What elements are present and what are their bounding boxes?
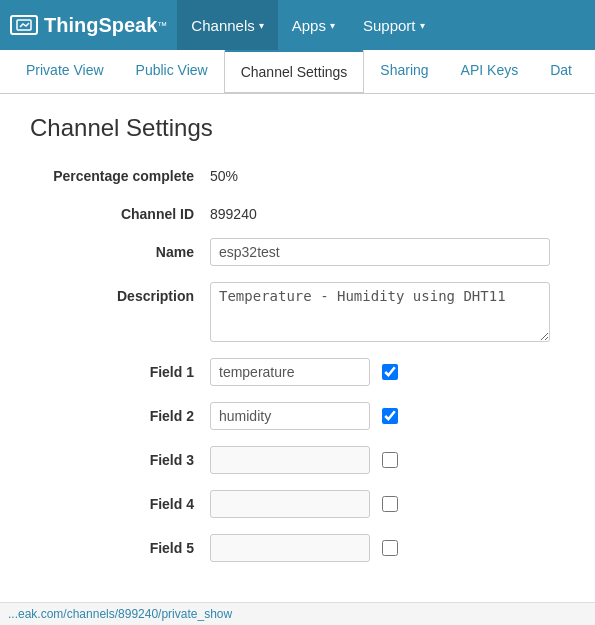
description-label: Description — [30, 282, 210, 304]
name-row: Name — [30, 238, 565, 266]
description-textarea[interactable] — [210, 282, 550, 342]
field-3-input[interactable] — [210, 446, 370, 474]
field-5-checkbox[interactable] — [382, 540, 398, 556]
field-4-checkbox[interactable] — [382, 496, 398, 512]
logo-text: ThingSpeak — [44, 14, 157, 37]
apps-label: Apps — [292, 17, 326, 34]
field-row-5: Field 5 — [30, 534, 565, 562]
field-row-1: Field 1 — [30, 358, 565, 386]
field-5-label: Field 5 — [30, 540, 210, 556]
apps-chevron-icon: ▾ — [330, 20, 335, 31]
channels-chevron-icon: ▾ — [259, 20, 264, 31]
fields-container: Field 1Field 2Field 3Field 4Field 5 — [30, 358, 565, 562]
field-5-input[interactable] — [210, 534, 370, 562]
channel-id-label: Channel ID — [30, 200, 210, 222]
tab-api-keys[interactable]: API Keys — [445, 50, 535, 93]
tab-channel-settings[interactable]: Channel Settings — [224, 50, 365, 94]
support-label: Support — [363, 17, 416, 34]
channel-id-row: Channel ID 899240 — [30, 200, 565, 222]
name-input[interactable] — [210, 238, 550, 266]
field-2-checkbox[interactable] — [382, 408, 398, 424]
field-row-3: Field 3 — [30, 446, 565, 474]
tab-bar: Private View Public View Channel Setting… — [0, 50, 595, 94]
field-4-label: Field 4 — [30, 496, 210, 512]
page-title: Channel Settings — [30, 114, 565, 142]
field-1-input[interactable] — [210, 358, 370, 386]
tab-data[interactable]: Dat — [534, 50, 588, 93]
apps-menu-button[interactable]: Apps ▾ — [278, 0, 349, 50]
field-row-2: Field 2 — [30, 402, 565, 430]
logo: ThingSpeak™ — [10, 14, 167, 37]
percentage-value: 50% — [210, 162, 238, 184]
field-2-input[interactable] — [210, 402, 370, 430]
support-menu-button[interactable]: Support ▾ — [349, 0, 439, 50]
support-chevron-icon: ▾ — [420, 20, 425, 31]
field-2-label: Field 2 — [30, 408, 210, 424]
field-3-checkbox[interactable] — [382, 452, 398, 468]
field-3-label: Field 3 — [30, 452, 210, 468]
field-row-4: Field 4 — [30, 490, 565, 518]
tab-public-view[interactable]: Public View — [120, 50, 224, 93]
tab-private-view[interactable]: Private View — [10, 50, 120, 93]
description-row: Description — [30, 282, 565, 342]
percentage-row: Percentage complete 50% — [30, 162, 565, 184]
name-label: Name — [30, 238, 210, 260]
percentage-label: Percentage complete — [30, 162, 210, 184]
channels-menu-button[interactable]: Channels ▾ — [177, 0, 277, 50]
field-4-input[interactable] — [210, 490, 370, 518]
field-1-checkbox[interactable] — [382, 364, 398, 380]
tab-sharing[interactable]: Sharing — [364, 50, 444, 93]
channel-id-value: 899240 — [210, 200, 257, 222]
logo-icon — [10, 15, 38, 35]
logo-tm: ™ — [157, 20, 167, 31]
top-nav: ThingSpeak™ Channels ▾ Apps ▾ Support ▾ — [0, 0, 595, 50]
field-1-label: Field 1 — [30, 364, 210, 380]
main-content: Channel Settings Percentage complete 50%… — [0, 94, 595, 598]
channels-label: Channels — [191, 17, 254, 34]
